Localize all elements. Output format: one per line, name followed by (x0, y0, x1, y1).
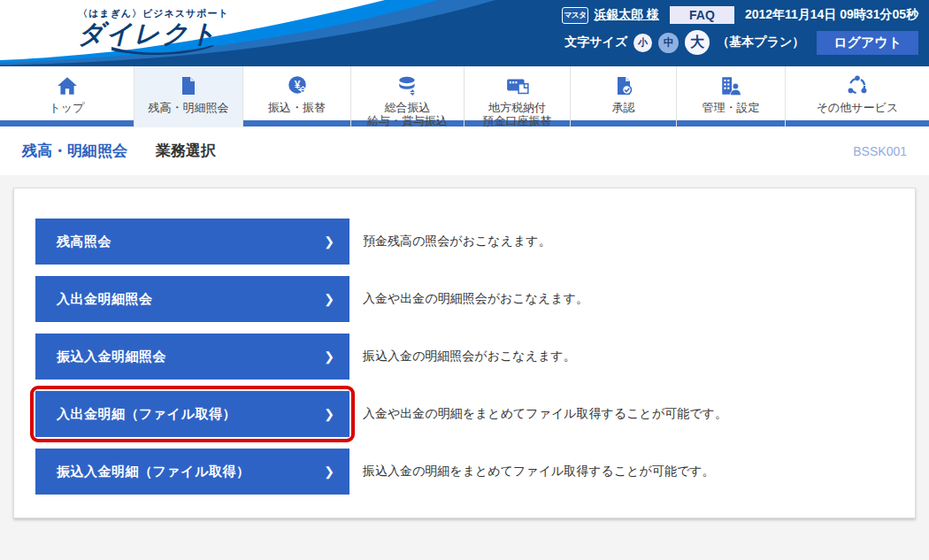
menu-row-incoming-transfer-inquiry: 振込入金明細照会 ❯ 振込入金の明細照会がおこなえます。 (14, 328, 915, 385)
coins-transfer-icon (396, 73, 419, 98)
font-size-large-button[interactable]: 大 (685, 30, 710, 55)
font-size-medium-button[interactable]: 中 (658, 33, 679, 53)
screen-id: BSSK001 (853, 144, 907, 158)
font-size-small-button[interactable]: 小 (633, 34, 652, 52)
user-type-badge: マスタ (562, 7, 589, 24)
logo-tagline: 〈はまぎん〉ビジネスサポート (78, 7, 229, 20)
network-dots-icon (846, 73, 869, 98)
highlight-ring: 入出金明細（ファイル取得） ❯ (30, 386, 355, 442)
incoming-transfer-file-button[interactable]: 振込入金明細（ファイル取得） ❯ (35, 449, 349, 495)
datetime-text: 2012年11月14日 09時31分05秒 (745, 7, 918, 23)
content-area: 残高照会 ❯ 預金残高の照会がおこなえます。 入出金明細照会 ❯ 入金や出金の明… (0, 175, 929, 554)
nav-item-approval[interactable]: 承認 (571, 66, 677, 127)
nav-item-balance-inquiry[interactable]: 残高・明細照会 (134, 66, 243, 127)
yen-transfer-icon: ¥ (286, 73, 309, 98)
chevron-right-icon: ❯ (324, 292, 334, 306)
nav-item-transfer[interactable]: ¥ 振込・振替 (243, 66, 351, 127)
incoming-transfer-inquiry-button[interactable]: 振込入金明細照会 ❯ (35, 334, 349, 380)
menu-description: 預金残高の照会がおこなえます。 (363, 234, 551, 249)
balance-inquiry-button[interactable]: 残高照会 ❯ (35, 219, 349, 265)
menu-description: 入金や出金の明細をまとめてファイル取得することが可能です。 (363, 406, 727, 422)
deposit-withdrawal-inquiry-button[interactable]: 入出金明細照会 ❯ (35, 276, 349, 322)
app-header: 〈はまぎん〉ビジネスサポート ダイレクト マスタ 浜銀太郎 様 FAQ 2012… (0, 0, 929, 66)
highlight-ring: 入出金明細照会 ❯ (30, 271, 355, 327)
chevron-right-icon: ❯ (324, 407, 334, 421)
home-icon (56, 73, 79, 98)
nav-item-bulk-transfer[interactable]: 総合振込 給与・賞与振込 (351, 66, 464, 127)
faq-button[interactable]: FAQ (670, 6, 734, 24)
highlight-ring: 振込入金明細照会 ❯ (30, 328, 355, 385)
highlight-ring: 振込入金明細（ファイル取得） ❯ (30, 443, 355, 500)
logout-button[interactable]: ログアウト (817, 31, 918, 55)
menu-row-deposit-withdrawal-inquiry: 入出金明細照会 ❯ 入金や出金の明細照会がおこなえます。 (14, 271, 915, 327)
breadcrumb: 残高・明細照会 業務選択 BSSK001 (0, 127, 929, 175)
building-person-icon (719, 73, 742, 98)
main-nav: トップ 残高・明細照会 ¥ 振込・振替 総合振込 給与・賞与振込 (0, 66, 929, 127)
chevron-right-icon: ❯ (324, 234, 334, 249)
user-name-link[interactable]: 浜銀太郎 様 (594, 7, 659, 23)
plan-label: （基本プラン） (717, 35, 804, 50)
nav-item-other-services[interactable]: その他サービス (786, 66, 929, 127)
nav-item-admin-settings[interactable]: 管理・設定 (677, 66, 786, 127)
menu-description: 振込入金の明細照会がおこなえます。 (363, 349, 576, 364)
chevron-right-icon: ❯ (324, 349, 334, 364)
menu-description: 振込入金の明細をまとめてファイル取得することが可能です。 (363, 464, 715, 479)
menu-row-balance: 残高照会 ❯ 預金残高の照会がおこなえます。 (14, 213, 915, 270)
document-icon (178, 73, 199, 98)
payment-slip-icon (505, 73, 530, 98)
highlight-ring: 残高照会 ❯ (30, 213, 355, 270)
font-size-label: 文字サイズ (564, 35, 627, 50)
menu-row-deposit-withdrawal-file: 入出金明細（ファイル取得） ❯ 入金や出金の明細をまとめてファイル取得することが… (14, 386, 915, 442)
approval-check-icon (613, 73, 634, 98)
menu-row-incoming-transfer-file: 振込入金明細（ファイル取得） ❯ 振込入金の明細をまとめてファイル取得することが… (14, 443, 915, 500)
chevron-right-icon: ❯ (324, 464, 334, 479)
breadcrumb-section: 残高・明細照会 (22, 141, 127, 161)
nav-item-local-tax[interactable]: 地方税納付 預金口座振替 (464, 66, 571, 127)
logo-brand: ダイレクト (78, 20, 229, 47)
menu-card: 残高照会 ❯ 預金残高の照会がおこなえます。 入出金明細照会 ❯ 入金や出金の明… (13, 188, 916, 518)
bank-logo[interactable]: 〈はまぎん〉ビジネスサポート ダイレクト (78, 7, 229, 56)
nav-item-top[interactable]: トップ (0, 66, 134, 127)
deposit-withdrawal-file-button[interactable]: 入出金明細（ファイル取得） ❯ (35, 391, 349, 437)
page-title: 業務選択 (156, 141, 216, 161)
menu-description: 入金や出金の明細照会がおこなえます。 (363, 291, 588, 307)
